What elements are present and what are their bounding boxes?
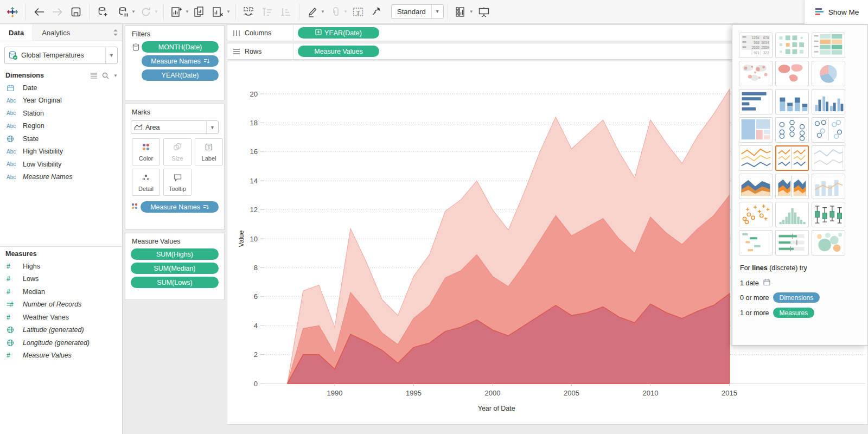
shelf-pill-year-date-[interactable]: YEAR(Date) bbox=[298, 27, 379, 39]
highlight-button[interactable] bbox=[303, 3, 322, 21]
show-me-dual-combination[interactable] bbox=[812, 174, 845, 199]
show-me-lines-continuous[interactable] bbox=[739, 145, 773, 171]
field-lows[interactable]: #Lows bbox=[0, 273, 122, 286]
measure-values-pill-sum-highs-[interactable]: SUM(Highs) bbox=[131, 248, 219, 260]
show-me-area-discrete[interactable] bbox=[775, 174, 809, 199]
shelf-pill-measure-values[interactable]: Measure Values bbox=[298, 46, 379, 57]
label-button[interactable]: TLabel bbox=[195, 138, 223, 165]
fit-select[interactable]: Standard ▼ bbox=[391, 4, 444, 19]
show-me-area-continuous[interactable] bbox=[739, 174, 773, 199]
sort-ascending-button bbox=[258, 3, 277, 21]
show-me-toolbar-button[interactable]: Show Me bbox=[804, 0, 868, 24]
field-label: Measure Values bbox=[23, 352, 72, 359]
tooltip-button[interactable]: Tooltip bbox=[163, 169, 192, 196]
duplicate-sheet-button[interactable] bbox=[190, 3, 209, 21]
field-median[interactable]: #Median bbox=[0, 285, 122, 298]
mark-type-select[interactable]: Area ▼ bbox=[131, 120, 219, 134]
pause-auto-updates-button[interactable] bbox=[114, 3, 132, 21]
tab-analytics[interactable]: Analytics bbox=[33, 24, 109, 41]
chevron-down-icon[interactable]: ▼ bbox=[105, 47, 117, 63]
show-me-gantt[interactable] bbox=[739, 230, 773, 256]
show-me-filled-map[interactable] bbox=[775, 61, 809, 86]
show-mark-labels-button[interactable]: T bbox=[349, 3, 367, 21]
show-me-horizontal-bars[interactable] bbox=[739, 89, 773, 114]
show-me-pie-chart[interactable] bbox=[812, 61, 845, 86]
hash-icon: # bbox=[7, 263, 23, 270]
field-measure-values[interactable]: #Measure Values bbox=[0, 349, 122, 362]
field-label: Number of Records bbox=[23, 301, 81, 308]
datasource-selector[interactable]: Global Temperatures ▼ bbox=[4, 47, 118, 64]
field-low-visibility[interactable]: AbcLow Visibility bbox=[0, 158, 122, 171]
show-hide-cards-button[interactable] bbox=[452, 3, 470, 21]
show-me-lines-discrete[interactable] bbox=[775, 145, 809, 171]
marks-pill-measure-names[interactable]: Measure Names bbox=[141, 201, 219, 213]
show-me-heat-map[interactable] bbox=[775, 33, 809, 58]
pane-swap-icon[interactable] bbox=[109, 24, 122, 41]
chevron-down-icon[interactable]: ▼ bbox=[206, 121, 218, 133]
measure-values-pill-sum-median-[interactable]: SUM(Median) bbox=[131, 263, 219, 274]
clear-sheet-button[interactable] bbox=[209, 3, 227, 21]
svg-text:16: 16 bbox=[250, 148, 258, 156]
field-latitude-generated-[interactable]: Latitude (generated) bbox=[0, 324, 122, 337]
show-me-scatter-plot[interactable] bbox=[739, 202, 773, 227]
show-me-side-by-side-circles[interactable] bbox=[812, 117, 845, 143]
field-highs[interactable]: #Highs bbox=[0, 260, 122, 273]
filter-pill-measure-names[interactable]: Measure Names bbox=[142, 55, 219, 67]
expand-hierarchy-icon[interactable] bbox=[315, 29, 322, 37]
field-station[interactable]: AbcStation bbox=[0, 107, 122, 120]
show-me-hint: For lines (discrete) try bbox=[740, 264, 867, 272]
chevron-down-icon[interactable]: ▼ bbox=[431, 5, 443, 18]
fix-axes-button[interactable] bbox=[367, 3, 386, 21]
view-data-icon[interactable] bbox=[90, 72, 98, 79]
svg-text:2015: 2015 bbox=[722, 389, 737, 397]
histogram-icon bbox=[776, 203, 808, 226]
text-table-icon: 1234678368303426202559971322 bbox=[740, 34, 771, 57]
redo-button[interactable] bbox=[48, 3, 67, 21]
size-button: Size bbox=[163, 138, 192, 165]
field-measure-names[interactable]: AbcMeasure Names bbox=[0, 171, 122, 184]
bullet-graph-icon bbox=[776, 231, 808, 254]
toolbar-divider bbox=[299, 4, 299, 20]
search-icon[interactable] bbox=[102, 72, 109, 79]
filter-pill-year-date-[interactable]: YEAR(Date) bbox=[142, 69, 219, 81]
field-date[interactable]: Date bbox=[0, 81, 122, 94]
hash-icon: # bbox=[7, 352, 23, 359]
toolbar-divider bbox=[235, 4, 236, 20]
filter-pill-month-date-[interactable]: MONTH(Date) bbox=[142, 41, 219, 53]
measure-values-pill-sum-lows-[interactable]: SUM(Lows) bbox=[131, 277, 219, 288]
show-me-box-and-whisker[interactable] bbox=[812, 202, 845, 227]
field-weather-vanes[interactable]: #Weather Vanes bbox=[0, 311, 122, 324]
detail-button[interactable]: Detail bbox=[132, 169, 160, 196]
show-me-text-table[interactable]: 1234678368303426202559971322 bbox=[739, 33, 773, 58]
presentation-mode-button[interactable] bbox=[475, 3, 493, 21]
color-button[interactable]: Color bbox=[132, 138, 160, 165]
show-me-circle-views[interactable] bbox=[775, 117, 809, 143]
field-year-original[interactable]: AbcYear Original bbox=[0, 94, 122, 107]
field-region[interactable]: AbcRegion bbox=[0, 120, 122, 133]
new-datasource-button[interactable] bbox=[93, 3, 112, 21]
toolbar-divider bbox=[89, 4, 90, 20]
show-me-bullet-graph[interactable] bbox=[775, 230, 809, 256]
chevron-down-icon[interactable]: ▼ bbox=[113, 73, 118, 78]
undo-button[interactable] bbox=[30, 3, 48, 21]
swap-rows-columns-button[interactable] bbox=[240, 3, 258, 21]
size-icon bbox=[173, 143, 182, 154]
show-me-dual-lines[interactable] bbox=[812, 145, 845, 171]
show-me-stacked-bars[interactable] bbox=[775, 89, 809, 114]
area-mark-icon bbox=[131, 124, 145, 131]
dimensions-title: Dimensions bbox=[5, 72, 86, 79]
field-longitude-generated-[interactable]: Longitude (generated) bbox=[0, 336, 122, 349]
show-me-packed-bubbles[interactable] bbox=[812, 230, 845, 256]
save-button[interactable] bbox=[67, 3, 85, 21]
field-high-visibility[interactable]: AbcHigh Visibility bbox=[0, 145, 122, 158]
show-me-side-by-side-bars[interactable] bbox=[812, 89, 845, 114]
new-worksheet-button[interactable] bbox=[168, 3, 186, 21]
show-me-symbol-map[interactable] bbox=[739, 61, 773, 86]
field-label: Highs bbox=[23, 263, 40, 270]
field-state[interactable]: State bbox=[0, 132, 122, 145]
show-me-histogram[interactable] bbox=[775, 202, 809, 227]
tab-data[interactable]: Data bbox=[0, 24, 33, 41]
show-me-highlight-table[interactable] bbox=[812, 33, 845, 58]
field-number-of-records[interactable]: =#Number of Records bbox=[0, 298, 122, 311]
show-me-treemap[interactable] bbox=[739, 117, 773, 143]
